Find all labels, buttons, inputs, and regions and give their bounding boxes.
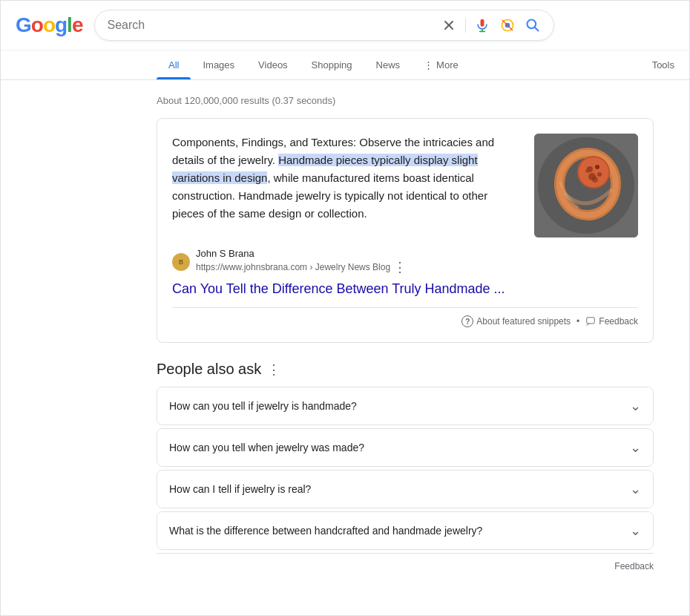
about-snippets[interactable]: ? About featured snippets <box>461 315 571 327</box>
snippet-content: Components, Findings, and Textures: Obse… <box>172 134 638 237</box>
dot-separator: • <box>576 316 579 327</box>
chevron-down-icon-3: ⌄ <box>630 481 641 497</box>
paa-item-3: How can I tell if jewelry is real? ⌄ <box>157 470 654 508</box>
paa-item-4: What is the difference between handcraft… <box>157 511 654 550</box>
more-dots-icon: ⋮ <box>424 59 433 71</box>
svg-point-19 <box>585 168 590 173</box>
microphone-icon[interactable] <box>473 16 491 34</box>
source-menu-icon[interactable]: ⋮ <box>393 259 407 275</box>
paa-question-3[interactable]: How can I tell if jewelry is real? ⌄ <box>157 471 653 508</box>
logo-letter-g: G <box>16 13 31 36</box>
featured-snippet: Components, Findings, and Textures: Obse… <box>157 118 654 343</box>
chevron-down-icon-2: ⌄ <box>630 439 641 456</box>
svg-rect-23 <box>587 318 595 324</box>
logo-letter-o2: o <box>43 13 55 36</box>
page-wrapper: Google how to see if jewelry is handmade <box>0 0 690 616</box>
paa-question-1[interactable]: How can you tell if jewelry is handmade?… <box>157 387 653 425</box>
logo-letter-l: l <box>67 13 72 36</box>
tab-videos[interactable]: Videos <box>246 50 300 79</box>
google-logo[interactable]: Google <box>16 13 82 37</box>
paa-item-2: How can you tell when jewelry was made? … <box>157 428 654 467</box>
search-icons <box>440 16 542 34</box>
chevron-down-icon-4: ⌄ <box>630 522 641 539</box>
paa-header: People also ask ⋮ <box>157 361 654 378</box>
paa-question-3-text: How can I tell if jewelry is real? <box>169 483 311 495</box>
search-bar[interactable]: how to see if jewelry is handmade <box>94 10 554 41</box>
source-favicon: B <box>172 253 190 271</box>
snippet-image <box>534 134 638 237</box>
svg-rect-2 <box>481 19 484 27</box>
paa-section: People also ask ⋮ How can you tell if je… <box>157 361 654 579</box>
logo-letter-o1: o <box>31 13 43 36</box>
tab-images[interactable]: Images <box>191 50 246 79</box>
paa-question-2-text: How can you tell when jewelry was made? <box>169 442 364 453</box>
lens-icon[interactable] <box>499 16 516 34</box>
paa-question-4-text: What is the difference between handcraft… <box>169 525 482 537</box>
question-circle-icon: ? <box>461 315 473 327</box>
paa-question-1-text: How can you tell if jewelry is handmade? <box>169 400 357 412</box>
svg-point-18 <box>597 172 602 177</box>
source-link[interactable]: Can You Tell the Difference Between Trul… <box>172 280 638 298</box>
paa-menu-icon[interactable]: ⋮ <box>267 361 281 378</box>
results-count: About 120,000,000 results (0.37 seconds) <box>157 95 654 106</box>
tools-button[interactable]: Tools <box>637 50 689 79</box>
feedback-link[interactable]: Feedback <box>585 316 638 327</box>
feedback-icon <box>585 316 596 327</box>
paa-question-2[interactable]: How can you tell when jewelry was made? … <box>157 429 653 466</box>
chevron-down-icon-1: ⌄ <box>630 398 641 414</box>
source-row: B John S Brana https://www.johnsbrana.co… <box>172 248 638 275</box>
snippet-text: Components, Findings, and Textures: Obse… <box>172 134 519 223</box>
logo-letter-e: e <box>72 13 83 36</box>
nav-tabs: All Images Videos Shopping News ⋮ More T… <box>1 50 689 80</box>
bottom-feedback[interactable]: Feedback <box>157 553 654 579</box>
about-snippets-label: About featured snippets <box>476 316 571 327</box>
tab-shopping[interactable]: Shopping <box>300 50 364 79</box>
svg-point-20 <box>592 177 598 183</box>
clear-icon[interactable] <box>440 16 458 34</box>
paa-title: People also ask <box>157 361 261 378</box>
tab-all[interactable]: All <box>157 50 191 79</box>
logo-letter-g2: g <box>55 13 67 36</box>
paa-item-1: How can you tell if jewelry is handmade?… <box>157 387 654 425</box>
source-url: https://www.johnsbrana.com › Jewelry New… <box>196 259 407 275</box>
svg-text:B: B <box>179 258 183 266</box>
source-name: John S Brana <box>196 248 407 259</box>
paa-question-4[interactable]: What is the difference between handcraft… <box>157 512 653 549</box>
svg-point-14 <box>579 157 608 187</box>
search-input[interactable]: how to see if jewelry is handmade <box>107 19 433 32</box>
svg-point-16 <box>595 165 599 169</box>
tab-more[interactable]: ⋮ More <box>412 50 470 79</box>
main-content: About 120,000,000 results (0.37 seconds)… <box>1 80 668 594</box>
svg-line-8 <box>535 27 539 31</box>
tab-news[interactable]: News <box>364 50 413 79</box>
snippet-footer: ? About featured snippets • Feedback <box>172 307 638 327</box>
source-info: John S Brana https://www.johnsbrana.com … <box>196 248 407 275</box>
header: Google how to see if jewelry is handmade <box>1 1 689 50</box>
search-button[interactable] <box>524 16 542 34</box>
